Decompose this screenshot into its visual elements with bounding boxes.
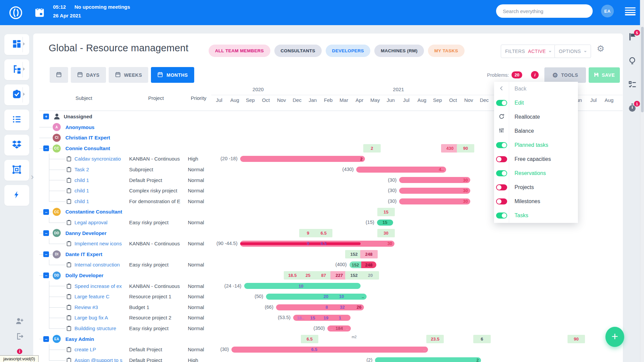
expand-toggle[interactable]: – xyxy=(43,209,49,215)
calendar-icon[interactable] xyxy=(35,7,44,19)
month-label[interactable]: Sep xyxy=(433,97,442,103)
month-label[interactable]: Mar xyxy=(339,97,348,103)
filters-dropdown[interactable]: FILTERS ACTIVE xyxy=(501,45,556,58)
toggle-off-icon[interactable] xyxy=(496,156,507,162)
gantt-bar[interactable]: 2 xyxy=(240,156,365,162)
gantt-bar[interactable]: 26 xyxy=(276,304,364,310)
right-rail-checklist[interactable] xyxy=(627,80,637,90)
allocation-cell[interactable]: 23.5 xyxy=(426,335,444,343)
milestone-label[interactable]: m2 xyxy=(352,335,357,339)
task-link[interactable]: Speed increase of ex xyxy=(74,283,125,289)
gantt-bar[interactable]: 30 xyxy=(399,198,470,204)
menu-item-reallocate[interactable]: Reallocate xyxy=(494,110,578,124)
allocation-cell[interactable]: 18.5 xyxy=(284,271,301,280)
allocation-cell[interactable]: 90 xyxy=(568,335,585,343)
gantt-bar[interactable]: 4.. xyxy=(356,167,446,173)
menu-item-projects[interactable]: Projects xyxy=(494,180,578,194)
gantt-bar[interactable]: .. xyxy=(266,294,367,300)
task-link[interactable]: child 1 xyxy=(74,188,125,193)
add-button[interactable]: + xyxy=(605,327,624,347)
avatar[interactable]: DD xyxy=(53,229,61,237)
task-link[interactable]: Caldav syncronizatio xyxy=(74,156,125,162)
allocation-cell[interactable]: 2 xyxy=(363,144,381,153)
app-logo-icon[interactable] xyxy=(9,6,23,21)
allocation-cell[interactable]: 9 xyxy=(299,229,317,237)
problems-count-badge[interactable]: 20 xyxy=(512,71,522,78)
search-input[interactable] xyxy=(496,4,606,18)
column-header-project[interactable]: Project xyxy=(141,95,171,101)
task-link[interactable]: child 1 xyxy=(74,198,125,204)
toggle-off-icon[interactable] xyxy=(496,198,507,204)
task-link[interactable]: Large bug fix A xyxy=(74,315,125,320)
avatar[interactable]: A xyxy=(53,123,61,131)
menu-item-tasks[interactable]: Tasks xyxy=(494,208,578,223)
options-dropdown[interactable]: OPTIONS xyxy=(554,45,591,58)
toggle-on-icon[interactable] xyxy=(496,213,507,219)
allocation-cell[interactable]: 20 xyxy=(362,271,379,280)
task-link[interactable]: Implement new icons xyxy=(74,241,125,246)
gantt-bar[interactable]: 30 xyxy=(399,177,470,183)
member-name-link[interactable]: Dante IT Expert xyxy=(65,251,102,257)
task-link[interactable]: Large feature C xyxy=(74,294,125,299)
allocation-cell[interactable]: 90 xyxy=(457,144,474,153)
allocation-cell[interactable]: 6 xyxy=(473,335,491,343)
month-label[interactable]: Aug xyxy=(417,97,426,103)
member-name-link[interactable]: Dolly Developer xyxy=(65,273,103,278)
month-label[interactable]: Dec xyxy=(292,97,302,103)
expand-toggle[interactable]: – xyxy=(43,145,49,151)
gantt-bar[interactable]: 30 xyxy=(399,188,470,194)
month-label[interactable]: Oct xyxy=(449,97,457,103)
gantt-bar-segmented[interactable]: 152248 xyxy=(350,261,376,268)
view-weeks-button[interactable]: WEEKS xyxy=(109,67,149,83)
toggle-on-icon[interactable] xyxy=(496,100,507,106)
menu-item-milestones[interactable]: Milestones xyxy=(494,194,578,208)
month-label[interactable]: Jul xyxy=(216,97,222,103)
right-rail-lightbulb[interactable] xyxy=(627,56,637,66)
view-days-button[interactable]: DAYS xyxy=(71,67,106,83)
right-rail-flag[interactable]: 5 xyxy=(627,32,637,42)
save-button[interactable]: SAVE xyxy=(589,67,620,83)
filter-pill-consultants[interactable]: CONSULTANTS xyxy=(274,45,322,57)
filter-pill-my-tasks[interactable]: MY TASKS xyxy=(428,45,465,57)
task-link[interactable]: Internal construction xyxy=(74,262,125,267)
sidebar-expand-chevron-icon[interactable]: › xyxy=(31,172,34,182)
expand-toggle[interactable]: – xyxy=(43,273,49,278)
task-link[interactable]: Review #3 xyxy=(74,304,125,310)
menu-item-planned-tasks[interactable]: Planned tasks xyxy=(494,138,578,152)
month-label[interactable]: Aug xyxy=(230,97,239,103)
allocation-cell[interactable]: 6.5 xyxy=(315,229,332,237)
toggle-on-icon[interactable] xyxy=(496,170,507,176)
gantt-bar[interactable]: 2 xyxy=(375,357,481,362)
month-label[interactable]: Jul xyxy=(403,97,410,103)
hamburger-menu-icon[interactable] xyxy=(625,7,636,17)
member-name-link[interactable]: Easy Admin xyxy=(65,336,94,342)
month-label[interactable]: Oct xyxy=(262,97,270,103)
allocation-cell[interactable]: 30 xyxy=(377,229,395,237)
member-name-link[interactable]: Danny Developer xyxy=(65,230,107,236)
gantt-bar[interactable]: 30 xyxy=(240,241,394,247)
allocation-cell[interactable]: 248 xyxy=(360,250,378,258)
task-link[interactable]: Buildding structure xyxy=(74,325,125,331)
menu-item-back[interactable]: Back xyxy=(494,82,578,96)
toggle-on-icon[interactable] xyxy=(496,142,507,148)
avatar[interactable]: EA xyxy=(53,335,61,343)
page-scrollbar[interactable] xyxy=(640,0,644,362)
month-label[interactable]: Jul xyxy=(590,97,597,103)
column-header-priority[interactable]: Priority xyxy=(187,95,210,101)
sidebar-item-hierarchy[interactable] xyxy=(4,59,29,80)
menu-item-balance[interactable]: Balance xyxy=(494,124,578,138)
avatar[interactable]: CC xyxy=(53,208,61,216)
month-label[interactable]: Aug xyxy=(604,97,613,103)
month-label[interactable]: Nov xyxy=(277,97,286,103)
filter-pill-machines-rm[interactable]: MACHINES (RM) xyxy=(374,45,424,57)
scrollbar-thumb[interactable] xyxy=(641,27,644,112)
member-name-link[interactable]: Christian IT Expert xyxy=(65,135,110,140)
allocation-cell[interactable]: 25 xyxy=(299,271,317,280)
avatar[interactable]: CC xyxy=(53,144,61,153)
allocation-cell[interactable]: 430 xyxy=(441,144,459,153)
month-label[interactable]: Feb xyxy=(324,97,333,103)
view-calendar-button[interactable] xyxy=(50,67,68,83)
month-label[interactable]: Jan xyxy=(309,97,317,103)
allocation-cell[interactable]: 152 xyxy=(345,271,363,280)
avatar[interactable]: DI xyxy=(53,250,61,258)
